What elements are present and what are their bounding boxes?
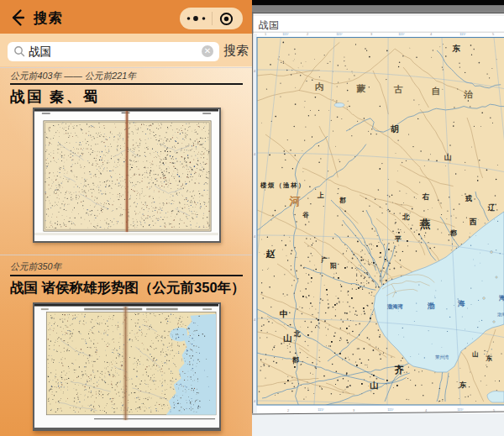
svg-text:楼烦（渔林）: 楼烦（渔林） <box>260 181 306 189</box>
svg-text:辽: 辽 <box>487 203 496 212</box>
svg-text:谷: 谷 <box>302 211 309 218</box>
svg-text:自: 自 <box>432 86 441 96</box>
svg-text:广: 广 <box>320 256 328 264</box>
svg-text:平: 平 <box>394 235 402 243</box>
svg-text:115°: 115° <box>459 33 466 36</box>
svg-text:戎: 戎 <box>465 194 473 202</box>
svg-text:河: 河 <box>289 195 301 207</box>
svg-text:海: 海 <box>498 294 504 302</box>
svg-text:战国: 战国 <box>259 19 279 31</box>
svg-text:齐: 齐 <box>394 365 404 375</box>
svg-text:赵: 赵 <box>265 249 276 259</box>
svg-text:燕: 燕 <box>419 218 431 230</box>
svg-text:中: 中 <box>280 309 288 318</box>
svg-text:山: 山 <box>283 334 291 343</box>
svg-text:渤: 渤 <box>427 302 435 310</box>
svg-text:右: 右 <box>422 192 430 201</box>
svg-text:莱州湾: 莱州湾 <box>435 355 449 360</box>
svg-text:115°: 115° <box>336 33 343 36</box>
svg-text:渤海湾: 渤海湾 <box>386 303 403 310</box>
svg-text:东: 东 <box>451 44 460 53</box>
svg-text:115°: 115° <box>387 408 394 412</box>
svg-text:115°: 115° <box>318 408 324 412</box>
svg-text:上: 上 <box>317 192 324 199</box>
svg-text:内: 内 <box>315 81 324 92</box>
svg-text:郡: 郡 <box>339 197 346 204</box>
svg-text:渤海海: 渤海海 <box>497 312 504 318</box>
svg-text:山: 山 <box>472 350 479 358</box>
svg-text:海: 海 <box>457 299 465 307</box>
svg-text:治: 治 <box>464 89 474 99</box>
svg-text:郡: 郡 <box>291 356 299 364</box>
svg-text:郡: 郡 <box>449 229 457 237</box>
svg-text:山: 山 <box>444 153 452 161</box>
svg-text:115°: 115° <box>282 33 289 36</box>
svg-text:东: 东 <box>486 355 492 362</box>
svg-text:115°: 115° <box>457 408 464 412</box>
svg-text:胡: 胡 <box>390 124 399 134</box>
svg-text:山: 山 <box>370 381 378 390</box>
svg-text:西: 西 <box>470 218 477 226</box>
svg-text:北: 北 <box>293 330 301 338</box>
svg-text:115°: 115° <box>398 33 405 36</box>
svg-text:阳: 阳 <box>330 262 337 270</box>
svg-text:古: 古 <box>393 84 403 94</box>
svg-text:蒙: 蒙 <box>356 83 366 93</box>
svg-text:北: 北 <box>402 213 410 221</box>
svg-text:东: 东 <box>459 381 467 389</box>
